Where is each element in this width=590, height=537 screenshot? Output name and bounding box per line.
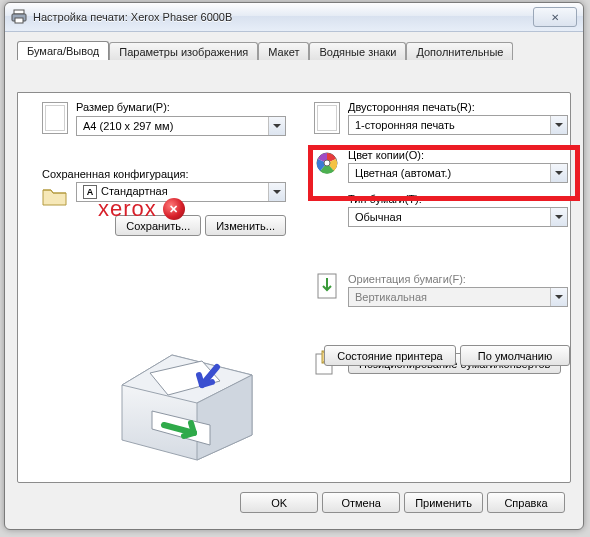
tab-watermarks[interactable]: Водяные знаки (309, 42, 406, 60)
chevron-down-icon (268, 183, 285, 201)
close-button[interactable]: ✕ (533, 7, 577, 27)
svg-rect-0 (14, 10, 24, 14)
tab-layout[interactable]: Макет (258, 42, 309, 60)
dialog-window: Настройка печати: Xerox Phaser 6000B ✕ Б… (4, 2, 584, 530)
titlebar: Настройка печати: Xerox Phaser 6000B ✕ (5, 3, 583, 32)
tab-paper-output[interactable]: Бумага/Вывод (17, 41, 109, 60)
tab-image-params[interactable]: Параметры изображения (109, 42, 258, 60)
svg-rect-2 (15, 18, 23, 23)
chevron-down-icon (550, 164, 567, 182)
left-column: Размер бумаги(P): A4 (210 x 297 мм) Сохр… (42, 101, 292, 236)
color-label: Цвет копии(O): (348, 149, 574, 161)
paper-type-combo[interactable]: Обычная (348, 207, 568, 227)
duplex-icon (314, 102, 340, 134)
duplex-label: Двусторонняя печать(R): (348, 101, 574, 113)
defaults-button[interactable]: По умолчанию (460, 345, 570, 366)
client-area: Бумага/Вывод Параметры изображения Макет… (11, 37, 577, 523)
color-value: Цветная (автомат.) (349, 167, 550, 179)
paper-size-label: Размер бумаги(P): (76, 101, 292, 113)
printer-icon (11, 9, 27, 25)
apply-button[interactable]: Применить (404, 492, 483, 513)
svg-point-4 (324, 160, 330, 166)
orientation-label: Ориентация бумаги(F): (348, 273, 574, 285)
saved-config-label: Сохраненная конфигурация: (42, 168, 292, 180)
ok-button[interactable]: OK (240, 492, 318, 513)
folder-icon (42, 183, 68, 209)
window-title: Настройка печати: Xerox Phaser 6000B (33, 11, 533, 23)
duplex-combo[interactable]: 1-сторонняя печать (348, 115, 568, 135)
orientation-value: Вертикальная (349, 291, 550, 303)
brand-text: xerox (98, 196, 157, 222)
chevron-down-icon (550, 208, 567, 226)
tab-advanced[interactable]: Дополнительные (406, 42, 513, 60)
paper-size-icon (42, 102, 68, 134)
printer-illustration (102, 325, 272, 465)
chevron-down-icon (550, 288, 567, 306)
letter-a-icon: A (83, 185, 97, 199)
edit-config-button[interactable]: Изменить... (205, 215, 286, 236)
brand-ball-icon (163, 198, 185, 220)
brand-logo: xerox (98, 196, 185, 222)
duplex-value: 1-сторонняя печать (349, 119, 550, 131)
orientation-combo: Вертикальная (348, 287, 568, 307)
orientation-icon (314, 274, 340, 300)
chevron-down-icon (550, 116, 567, 134)
close-icon: ✕ (551, 12, 559, 23)
printer-state-button[interactable]: Состояние принтера (324, 345, 456, 366)
help-button[interactable]: Справка (487, 492, 565, 513)
dialog-footer-buttons: OK Отмена Применить Справка (240, 492, 565, 513)
cancel-button[interactable]: Отмена (322, 492, 400, 513)
right-column: Двусторонняя печать(R): 1-сторонняя печа… (314, 101, 574, 376)
color-combo[interactable]: Цветная (автомат.) (348, 163, 568, 183)
paper-type-label: Тип бумаги(T): (348, 193, 574, 205)
chevron-down-icon (268, 117, 285, 135)
paper-type-value: Обычная (349, 211, 550, 223)
tabstrip: Бумага/Вывод Параметры изображения Макет… (11, 37, 577, 59)
tabpage-paper-output: Размер бумаги(P): A4 (210 x 297 мм) Сохр… (17, 92, 571, 483)
paper-size-combo[interactable]: A4 (210 x 297 мм) (76, 116, 286, 136)
color-wheel-icon (314, 150, 340, 176)
paper-size-value: A4 (210 x 297 мм) (77, 120, 268, 132)
